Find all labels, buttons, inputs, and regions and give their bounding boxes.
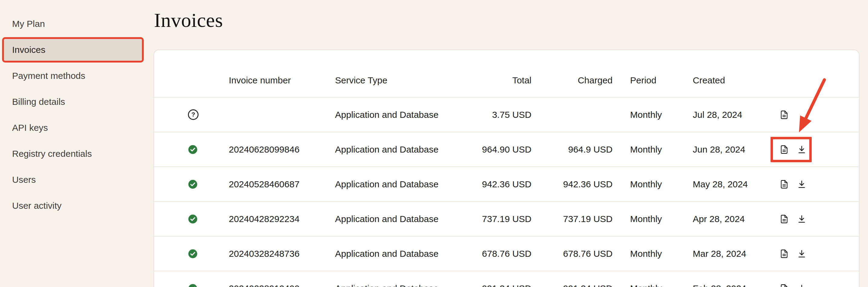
sidebar-item-label: Payment methods — [12, 71, 85, 81]
table-row[interactable]: ? 20240628099846 Application and Databas… — [154, 132, 859, 167]
download-icon[interactable] — [797, 249, 807, 259]
annotation-highlight-box — [771, 137, 812, 162]
charged-amount: 991.34 USD — [531, 283, 613, 287]
billing-period: Monthly — [613, 249, 693, 259]
check-circle-icon — [188, 179, 198, 189]
sidebar-item-registry-credentials[interactable]: Registry credentials — [2, 141, 144, 167]
invoice-number: 20240328248736 — [229, 249, 335, 259]
sidebar-item-api-keys[interactable]: API keys — [2, 115, 144, 141]
table-row[interactable]: ? Application and Database 3.75 USD Mont… — [154, 98, 859, 132]
billing-period: Monthly — [613, 110, 693, 120]
table-row[interactable]: ? 20240528460687 Application and Databas… — [154, 167, 859, 202]
header-total: Total — [450, 75, 531, 85]
header-charged: Charged — [531, 75, 613, 85]
created-date: Jun 28, 2024 — [693, 144, 779, 155]
service-type: Application and Database — [335, 249, 450, 259]
check-circle-icon — [188, 284, 198, 287]
charged-amount: 942.36 USD — [531, 179, 613, 189]
table-row[interactable]: ? 20240328248736 Application and Databas… — [154, 237, 859, 271]
service-type: Application and Database — [335, 283, 450, 287]
charged-amount: 964.9 USD — [531, 144, 613, 155]
created-date: May 28, 2024 — [693, 179, 779, 189]
sidebar-item-label: Registry credentials — [12, 149, 92, 159]
header-period: Period — [613, 75, 693, 85]
billing-period: Monthly — [613, 214, 693, 224]
sidebar-item-label: Billing details — [12, 97, 65, 107]
file-icon[interactable] — [779, 144, 789, 155]
total-amount: 964.90 USD — [450, 144, 531, 155]
download-icon[interactable] — [797, 283, 807, 287]
file-icon[interactable] — [779, 179, 789, 189]
invoices-main: Invoices Invoice number Service Type Tot… — [152, 0, 868, 287]
total-amount: 737.19 USD — [450, 214, 531, 224]
sidebar-item-invoices[interactable]: Invoices — [2, 37, 144, 63]
table-row[interactable]: ? 20240228910400 Application and Databas… — [154, 271, 859, 287]
table-row[interactable]: ? 20240428292234 Application and Databas… — [154, 202, 859, 237]
invoice-number: 20240228910400 — [229, 283, 335, 287]
invoice-number: 20240628099846 — [229, 144, 335, 155]
download-icon[interactable] — [797, 179, 807, 189]
file-icon[interactable] — [779, 110, 789, 120]
invoice-table-body: ? Application and Database 3.75 USD Mont… — [154, 98, 859, 287]
sidebar-item-payment-methods[interactable]: Payment methods — [2, 63, 144, 88]
sidebar-item-my-plan[interactable]: My Plan — [2, 11, 144, 37]
sidebar-nav: My Plan Invoices Payment methods Billing… — [0, 11, 152, 218]
created-date: Jul 28, 2024 — [693, 110, 779, 120]
header-invoice-number: Invoice number — [229, 75, 335, 85]
invoice-actions — [779, 214, 807, 224]
billing-sidebar: My Plan Invoices Payment methods Billing… — [0, 0, 152, 287]
created-date: Apr 28, 2024 — [693, 214, 779, 224]
header-service-type: Service Type — [335, 75, 450, 85]
charged-amount: 737.19 USD — [531, 214, 613, 224]
total-amount: 991.34 USD — [450, 283, 531, 287]
question-circle-icon: ? — [188, 109, 198, 120]
file-icon[interactable] — [779, 249, 789, 259]
sidebar-item-billing-details[interactable]: Billing details — [2, 89, 144, 114]
invoice-number: 20240528460687 — [229, 179, 335, 189]
invoice-actions — [779, 179, 807, 189]
service-type: Application and Database — [335, 144, 450, 155]
header-created: Created — [693, 75, 779, 85]
check-circle-icon — [188, 145, 198, 154]
billing-period: Monthly — [613, 179, 693, 189]
download-icon[interactable] — [797, 214, 807, 224]
file-icon[interactable] — [779, 283, 789, 287]
service-type: Application and Database — [335, 179, 450, 189]
created-date: Feb 28, 2024 — [693, 283, 779, 287]
sidebar-item-label: User activity — [12, 201, 61, 211]
page-title: Invoices — [154, 10, 868, 30]
sidebar-item-label: Users — [12, 175, 36, 185]
invoices-card: Invoice number Service Type Total Charge… — [153, 49, 860, 287]
billing-period: Monthly — [613, 144, 693, 155]
invoice-actions — [779, 283, 807, 287]
sidebar-item-label: My Plan — [12, 19, 45, 29]
total-amount: 942.36 USD — [450, 179, 531, 189]
download-icon[interactable] — [797, 144, 807, 155]
invoice-table-header: Invoice number Service Type Total Charge… — [154, 50, 859, 98]
invoice-number: 20240428292234 — [229, 214, 335, 224]
total-amount: 3.75 USD — [450, 110, 531, 120]
sidebar-item-label: Invoices — [12, 45, 45, 55]
total-amount: 678.76 USD — [450, 249, 531, 259]
check-circle-icon — [188, 249, 198, 259]
sidebar-item-label: API keys — [12, 123, 48, 133]
created-date: Mar 28, 2024 — [693, 249, 779, 259]
sidebar-item-user-activity[interactable]: User activity — [2, 193, 144, 218]
invoice-actions — [779, 249, 807, 259]
charged-amount: 678.76 USD — [531, 249, 613, 259]
invoice-actions — [779, 110, 789, 120]
billing-invoices-page: My Plan Invoices Payment methods Billing… — [0, 0, 868, 287]
check-circle-icon — [188, 214, 198, 224]
file-icon[interactable] — [779, 214, 789, 224]
billing-period: Monthly — [613, 283, 693, 287]
service-type: Application and Database — [335, 214, 450, 224]
sidebar-item-users[interactable]: Users — [2, 167, 144, 192]
service-type: Application and Database — [335, 110, 450, 120]
